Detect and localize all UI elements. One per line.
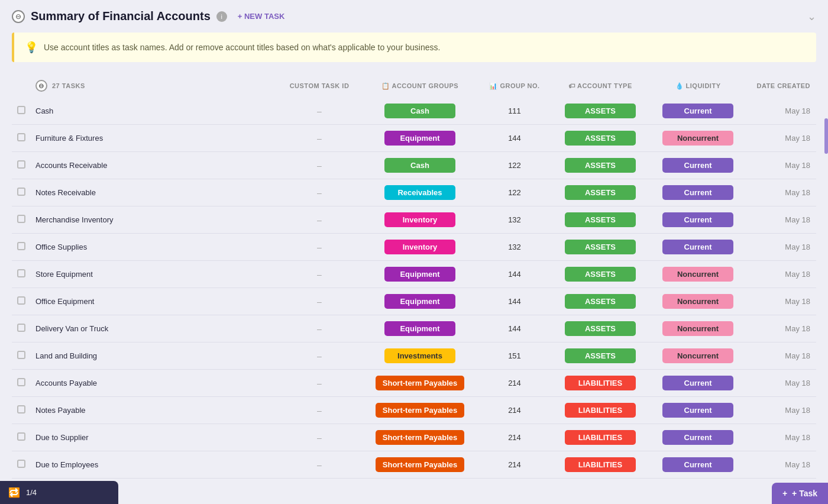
- account-group-badge[interactable]: Investments: [384, 348, 455, 363]
- row-checkbox[interactable]: [17, 351, 25, 359]
- task-name[interactable]: Delivery Van or Truck: [31, 315, 278, 343]
- row-checkbox[interactable]: [17, 215, 25, 223]
- liquidity-badge[interactable]: Current: [662, 185, 733, 200]
- group-number: 111: [479, 98, 550, 125]
- account-group-badge[interactable]: Equipment: [384, 131, 455, 146]
- row-checkbox[interactable]: [17, 133, 25, 141]
- group-number: 144: [479, 125, 550, 152]
- account-group-badge[interactable]: Cash: [384, 158, 455, 173]
- account-group-badge-cell: Investments: [361, 343, 479, 370]
- tasks-collapse-button[interactable]: ⊖: [35, 80, 47, 92]
- expand-icon[interactable]: ⌄: [807, 10, 816, 23]
- group-number: 122: [479, 152, 550, 179]
- row-checkbox[interactable]: [17, 188, 25, 196]
- account-type-badge[interactable]: ASSETS: [565, 240, 636, 254]
- task-name[interactable]: Merchandise Inventory: [31, 206, 278, 234]
- account-group-badge-cell: Equipment: [361, 315, 479, 343]
- add-task-button[interactable]: + + Task: [772, 483, 828, 504]
- task-name[interactable]: Office Supplies: [31, 234, 278, 261]
- group-number: 122: [479, 179, 550, 206]
- task-name[interactable]: Store Equipment: [31, 261, 278, 288]
- add-task-plus: +: [782, 489, 787, 498]
- account-type-badge[interactable]: LIABILITIES: [565, 403, 636, 418]
- account-group-badge[interactable]: Inventory: [384, 212, 455, 227]
- page-header: ⊖ Summary of Financial Accounts i + NEW …: [12, 9, 816, 23]
- liquidity-badge[interactable]: Current: [662, 457, 733, 472]
- account-type-badge[interactable]: LIABILITIES: [565, 457, 636, 472]
- account-type-badge[interactable]: LIABILITIES: [565, 376, 636, 390]
- account-type-badge[interactable]: ASSETS: [565, 321, 636, 336]
- liquidity-badge[interactable]: Current: [662, 376, 733, 390]
- row-checkbox[interactable]: [17, 432, 25, 441]
- liquidity-badge[interactable]: Noncurrent: [662, 321, 733, 336]
- account-type-badge[interactable]: ASSETS: [565, 104, 636, 118]
- row-checkbox-cell: [12, 152, 31, 179]
- account-type-badge[interactable]: ASSETS: [565, 348, 636, 363]
- row-checkbox[interactable]: [17, 378, 25, 386]
- account-type-badge[interactable]: ASSETS: [565, 294, 636, 309]
- row-checkbox[interactable]: [17, 405, 25, 413]
- account-group-badge[interactable]: Short-term Payables: [376, 403, 464, 418]
- th-custom-id: CUSTOM TASK ID: [278, 74, 361, 98]
- liquidity-badge[interactable]: Current: [662, 158, 733, 173]
- account-type-badge[interactable]: ASSETS: [565, 185, 636, 200]
- account-type-badge[interactable]: ASSETS: [565, 212, 636, 227]
- task-name[interactable]: Notes Payable: [31, 397, 278, 424]
- account-type-badge[interactable]: ASSETS: [565, 267, 636, 282]
- liquidity-badge[interactable]: Current: [662, 212, 733, 227]
- account-type-badge[interactable]: ASSETS: [565, 131, 636, 146]
- liquidity-badge-cell: Noncurrent: [651, 343, 745, 370]
- account-group-badge[interactable]: Equipment: [384, 321, 455, 336]
- liquidity-badge[interactable]: Noncurrent: [662, 294, 733, 309]
- liquidity-badge-cell: Current: [651, 370, 745, 397]
- custom-id: –: [278, 315, 361, 343]
- row-checkbox[interactable]: [17, 160, 25, 169]
- account-group-badge[interactable]: Inventory: [384, 240, 455, 254]
- task-name[interactable]: Due to Supplier: [31, 424, 278, 451]
- account-group-badge[interactable]: Equipment: [384, 294, 455, 309]
- row-checkbox[interactable]: [17, 106, 25, 114]
- account-group-badge[interactable]: Short-term Payables: [376, 457, 464, 472]
- task-name[interactable]: Land and Building: [31, 343, 278, 370]
- liquidity-badge[interactable]: Current: [662, 430, 733, 445]
- task-name[interactable]: Office Equipment: [31, 288, 278, 315]
- task-name[interactable]: Accounts Payable: [31, 370, 278, 397]
- row-checkbox-cell: [12, 370, 31, 397]
- row-checkbox[interactable]: [17, 242, 25, 250]
- liquidity-badge[interactable]: Current: [662, 104, 733, 118]
- task-name[interactable]: Due to Employees: [31, 451, 278, 479]
- liquidity-badge-cell: Current: [651, 206, 745, 234]
- account-group-badge[interactable]: Short-term Payables: [376, 430, 464, 445]
- table-row: Accounts Receivable – Cash 122 ASSETS Cu…: [12, 152, 816, 179]
- collapse-button[interactable]: ⊖: [12, 10, 25, 23]
- account-group-badge[interactable]: Receivables: [384, 185, 455, 200]
- task-name[interactable]: Cash: [31, 98, 278, 125]
- row-checkbox[interactable]: [17, 324, 25, 332]
- account-group-badge-cell: Inventory: [361, 206, 479, 234]
- account-group-badge[interactable]: Cash: [384, 104, 455, 118]
- group-number: 144: [479, 288, 550, 315]
- new-task-button[interactable]: + NEW TASK: [233, 9, 290, 23]
- account-type-badge[interactable]: LIABILITIES: [565, 430, 636, 445]
- row-checkbox[interactable]: [17, 269, 25, 277]
- liquidity-badge[interactable]: Noncurrent: [662, 348, 733, 363]
- table-row: Land and Building – Investments 151 ASSE…: [12, 343, 816, 370]
- row-checkbox-cell: [12, 315, 31, 343]
- liquidity-badge[interactable]: Noncurrent: [662, 131, 733, 146]
- info-icon[interactable]: i: [216, 11, 227, 22]
- task-name[interactable]: Notes Receivable: [31, 179, 278, 206]
- row-checkbox[interactable]: [17, 460, 25, 468]
- liquidity-badge[interactable]: Noncurrent: [662, 267, 733, 282]
- account-group-badge-cell: Equipment: [361, 288, 479, 315]
- task-name[interactable]: Furniture & Fixtures: [31, 125, 278, 152]
- liquidity-badge[interactable]: Current: [662, 403, 733, 418]
- row-checkbox[interactable]: [17, 296, 25, 305]
- liquidity-badge[interactable]: Current: [662, 240, 733, 254]
- task-name[interactable]: Accounts Receivable: [31, 152, 278, 179]
- scrollbar-indicator[interactable]: [824, 118, 828, 154]
- account-group-badge[interactable]: Short-term Payables: [376, 376, 464, 390]
- account-type-badge[interactable]: ASSETS: [565, 158, 636, 173]
- account-group-badge[interactable]: Equipment: [384, 267, 455, 282]
- table-row: Furniture & Fixtures – Equipment 144 ASS…: [12, 125, 816, 152]
- account-group-badge-cell: Equipment: [361, 125, 479, 152]
